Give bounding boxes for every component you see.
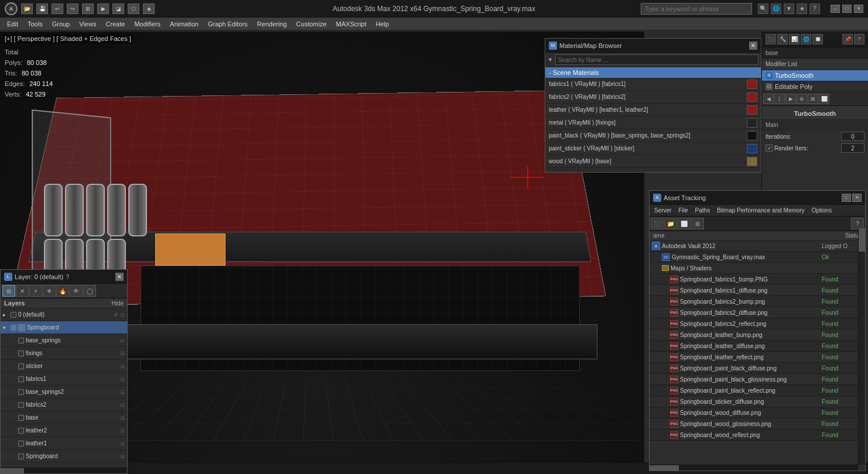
asset-maps-folder[interactable]: Maps / Shaders <box>650 263 865 274</box>
material-search-input[interactable] <box>555 54 758 65</box>
asset-png-1[interactable]: PNG Springboard_fabrics1_bump.PNG Found <box>650 274 865 285</box>
asset-png-3[interactable]: PNG Springboard_fabrics2_bump.png Found <box>650 296 865 307</box>
asset-png-2[interactable]: PNG Springboard_fabrics1_diffuse.png Fou… <box>650 285 865 296</box>
rp-tb-icon1[interactable]: ◀ <box>763 94 774 104</box>
layer-item-base-springs2[interactable]: base_springs2 ≡ <box>1 386 127 399</box>
asset-png-7[interactable]: PNG Springboard_leather_diffuse.png Foun… <box>650 341 865 352</box>
asset-hscroll-thumb[interactable] <box>650 465 679 470</box>
help-icon[interactable]: ? <box>809 4 820 14</box>
layer-item-base-springs[interactable]: base_springs ≡ <box>1 334 127 347</box>
layer-item-springboard[interactable]: ▾ Springboard ≡ <box>1 321 127 334</box>
rp-icon-5[interactable]: 🔲 <box>812 34 823 44</box>
modifier-turbosmoothitem[interactable]: ⚙ TurboSmooth <box>762 70 868 81</box>
asset-png-15[interactable]: PNG Springboard_wood_reflect.png Found <box>650 430 865 441</box>
asset-png-5[interactable]: PNG Springboard_fabrics2_reflect.png Fou… <box>650 318 865 329</box>
mat-paint-black[interactable]: paint_black ( VRayMtl ) [base_springs, b… <box>545 129 761 142</box>
layers-freeze-icon[interactable]: ❄ <box>43 285 56 297</box>
menu-maxscript[interactable]: MAXScript <box>332 19 371 29</box>
layer-item-default[interactable]: ▸ 0 (default) ✓ ≡ <box>1 308 127 321</box>
layer-item-fabrics1[interactable]: fabrics1 ≡ <box>1 373 127 386</box>
asset-menu-file[interactable]: File <box>675 207 691 214</box>
asset-vault[interactable]: A Autodesk Vault 2012 Logged O <box>650 241 865 252</box>
asset-png-13[interactable]: PNG Springboard_wood_diffuse.png Found <box>650 407 865 418</box>
asset-png-11[interactable]: PNG Springboard_paint_black_reflect.png … <box>650 385 865 396</box>
rp-icon-2[interactable]: 🔧 <box>777 34 788 44</box>
close-btn[interactable]: ✕ <box>854 5 863 13</box>
asset-close-btn[interactable]: ✕ <box>852 194 862 202</box>
menu-group[interactable]: Group <box>47 19 75 29</box>
asset-vscroll-thumb[interactable] <box>859 228 865 252</box>
asset-png-8[interactable]: PNG Springboard_leather_reflect.png Foun… <box>650 352 865 363</box>
asset-menu-server[interactable]: Server <box>651 207 675 214</box>
rp-tb-icon2[interactable]: | <box>774 94 785 104</box>
asset-vscroll[interactable] <box>858 228 865 465</box>
layers-add-icon[interactable]: + <box>29 285 42 297</box>
save-btn[interactable]: 💾 <box>36 4 48 14</box>
layer-item-sticker[interactable]: sticker ≡ <box>1 360 127 373</box>
asset-menu-options[interactable]: Options <box>808 207 835 214</box>
mat-paint-sticker[interactable]: paint_sticker ( VRayMtl ) [sticker] <box>545 142 761 155</box>
layer-item-leather1[interactable]: leather1 ≡ <box>1 437 127 450</box>
layer-item-fixings[interactable]: fixings ≡ <box>1 347 127 360</box>
rp-tb-icon4[interactable]: ⊕ <box>797 94 807 104</box>
asset-tb-3[interactable]: ⬜ <box>678 218 691 229</box>
search-submit-icon[interactable]: 🔍 <box>758 4 768 14</box>
layers-show-icon[interactable]: ◯ <box>83 285 96 297</box>
render-iters-checkbox[interactable]: ✓ <box>766 145 773 152</box>
rp-icon-3[interactable]: 📊 <box>789 34 799 44</box>
asset-hscroll[interactable] <box>650 465 858 470</box>
menu-tools[interactable]: Tools <box>23 19 47 29</box>
asset-menu-paths[interactable]: Paths <box>692 207 714 214</box>
asset-tb-1[interactable]: ⬛ <box>651 218 664 229</box>
asset-menu-bitmap[interactable]: Bitmap Performance and Memory <box>713 207 808 214</box>
wire-icon[interactable]: ⬡ <box>128 4 139 14</box>
menu-views[interactable]: Views <box>74 19 101 29</box>
asset-tb-2[interactable]: 📁 <box>664 218 677 229</box>
mat-wood[interactable]: wood ( VRayMtl ) [base] <box>545 155 761 168</box>
layers-hide-btn[interactable]: Hide <box>111 300 124 307</box>
rp-tb-icon6[interactable]: ⬜ <box>819 94 829 104</box>
menu-graph-editors[interactable]: Graph Editors <box>203 19 252 29</box>
layers-hide-icon[interactable]: 👁 <box>70 285 83 297</box>
mat-fabrics1[interactable]: fabrics1 ( VRayMtl ) [fabrics1] <box>545 78 761 91</box>
layers-question[interactable]: ? <box>66 273 69 280</box>
bookmark-icon[interactable]: ★ <box>797 4 807 14</box>
keyword-search[interactable] <box>641 3 752 15</box>
modifier-editable-poly[interactable]: ⬡ Editable Poly <box>762 81 868 92</box>
rp-tb-icon5[interactable]: ⊠ <box>808 94 818 104</box>
menu-rendering[interactable]: Rendering <box>252 19 292 29</box>
menu-edit[interactable]: Edit <box>2 19 23 29</box>
render2-icon[interactable]: ◪ <box>112 4 124 14</box>
asset-maxfile[interactable]: 3D Gymnastic_Spring_Board_vray.max Ok <box>650 252 865 263</box>
layers-hscroll-thumb[interactable] <box>1 468 24 473</box>
undo-btn[interactable]: ↩ <box>52 4 63 14</box>
asset-png-4[interactable]: PNG Springboard_fabrics2_diffuse.png Fou… <box>650 307 865 318</box>
mat-leather[interactable]: leather ( VRayMtl ) [leather1, leather2] <box>545 104 761 116</box>
view-toggle[interactable]: ⊞ <box>82 4 94 14</box>
menu-animation[interactable]: Animation <box>165 19 203 29</box>
layers-hscroll[interactable] <box>1 468 127 473</box>
rp-icon-1[interactable]: ⬛ <box>766 34 776 44</box>
open-file-btn[interactable]: 📂 <box>21 4 33 14</box>
asset-png-12[interactable]: PNG Springboard_sticker_diffuse.png Foun… <box>650 396 865 407</box>
asset-list[interactable]: A Autodesk Vault 2012 Logged O 3D Gymnas… <box>650 241 865 463</box>
material-icon[interactable]: ◈ <box>143 4 155 14</box>
render-iters-input[interactable] <box>841 143 864 153</box>
rp-help-icon[interactable]: ? <box>854 34 864 44</box>
asset-tb-5[interactable]: ? <box>851 218 864 229</box>
layers-delete-icon[interactable]: ✕ <box>16 285 29 297</box>
layer-item-base[interactable]: base ≡ <box>1 411 127 424</box>
asset-png-10[interactable]: PNG Springboard_paint_black_glossiness.p… <box>650 374 865 385</box>
minimize-btn[interactable]: — <box>831 5 840 13</box>
render-icon[interactable]: ▶ <box>97 4 109 14</box>
web-search-icon[interactable]: 🌐 <box>771 4 781 14</box>
asset-restore-btn[interactable]: □ <box>842 194 851 202</box>
material-browser-close[interactable]: ✕ <box>749 42 757 50</box>
layer-item-fabrics2[interactable]: fabrics2 ≡ <box>1 399 127 411</box>
layers-select-icon[interactable]: ⊞ <box>2 285 15 297</box>
redo-btn[interactable]: ↪ <box>67 4 78 14</box>
menu-modifiers[interactable]: Modifiers <box>129 19 165 29</box>
layer-item-leather2[interactable]: leather2 ≡ <box>1 424 127 437</box>
iterations-input[interactable] <box>841 132 864 141</box>
menu-help[interactable]: Help <box>371 19 394 29</box>
